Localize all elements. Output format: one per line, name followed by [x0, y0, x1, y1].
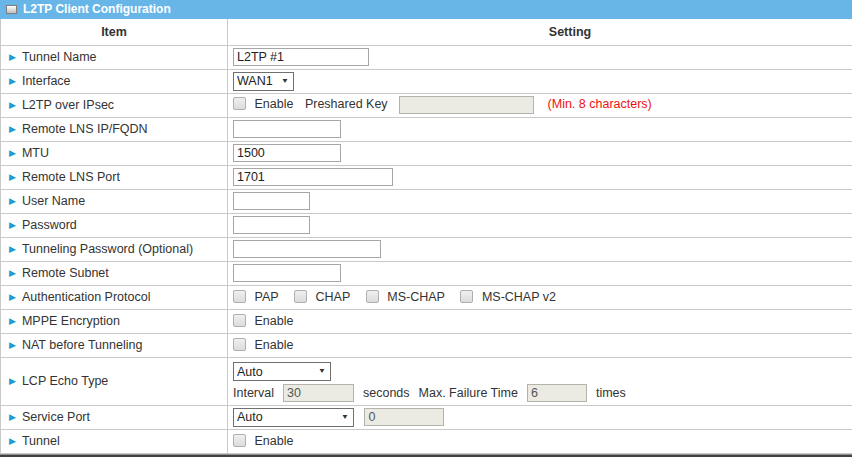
mppe-enable-checkbox[interactable]: [233, 314, 246, 327]
row-nat-before-tunneling: ▶NAT before Tunneling Enable: [1, 333, 852, 357]
pap-checkbox[interactable]: [233, 290, 246, 303]
row-label: L2TP over IPsec: [22, 98, 114, 112]
row-label: User Name: [22, 194, 85, 208]
bullet-arrow-icon: ▶: [9, 436, 16, 446]
pap-label: PAP: [254, 290, 278, 304]
row-label: Remote LNS IP/FQDN: [22, 122, 148, 136]
bullet-arrow-icon: ▶: [9, 124, 16, 134]
row-label: MTU: [22, 146, 49, 160]
remote-lns-port-input[interactable]: [233, 168, 393, 186]
row-l2tp-over-ipsec: ▶L2TP over IPsec Enable Preshared Key (M…: [1, 93, 852, 117]
bullet-arrow-icon: ▶: [9, 340, 16, 350]
bullet-arrow-icon: ▶: [9, 100, 16, 110]
row-tunneling-password: ▶Tunneling Password (Optional): [1, 237, 852, 261]
row-mppe-encryption: ▶MPPE Encryption Enable: [1, 309, 852, 333]
remote-lns-ip-input[interactable]: [233, 120, 341, 138]
row-service-port: ▶Service Port Auto ▼: [1, 405, 852, 429]
interface-select-wrap: WAN1 ▼: [233, 72, 294, 91]
interval-unit-label: seconds: [363, 387, 410, 400]
ms-chap-v2-checkbox[interactable]: [460, 290, 473, 303]
row-remote-lns-port: ▶Remote LNS Port: [1, 165, 852, 189]
tunnel-enable-label: Enable: [254, 434, 293, 448]
bullet-arrow-icon: ▶: [9, 148, 16, 158]
row-password: ▶Password: [1, 213, 852, 237]
enable-preshared-checkbox[interactable]: [233, 97, 246, 110]
row-mtu: ▶MTU: [1, 141, 852, 165]
password-input[interactable]: [233, 216, 310, 234]
remote-subnet-input[interactable]: [233, 264, 341, 282]
row-label: Service Port: [22, 410, 90, 424]
row-remote-subnet: ▶Remote Subnet: [1, 261, 852, 285]
bullet-arrow-icon: ▶: [9, 196, 16, 206]
bullet-arrow-icon: ▶: [9, 376, 16, 386]
tunnel-name-input[interactable]: [233, 48, 369, 66]
preshared-key-hint: (Min. 8 characters): [548, 97, 652, 111]
bullet-arrow-icon: ▶: [9, 76, 16, 86]
lcp-echo-type-select[interactable]: Auto: [233, 362, 331, 381]
bullet-arrow-icon: ▶: [9, 52, 16, 62]
mppe-enable-label: Enable: [254, 314, 293, 328]
enable-label: Enable: [254, 97, 293, 111]
section-title: L2TP Client Configuration: [23, 3, 171, 16]
row-label: LCP Echo Type: [22, 374, 108, 388]
row-label: Authentication Protocol: [22, 290, 151, 304]
row-label: Remote LNS Port: [22, 170, 120, 184]
user-name-input[interactable]: [233, 192, 310, 210]
nat-enable-label: Enable: [254, 338, 293, 352]
row-tunnel-name: ▶Tunnel Name: [1, 45, 852, 69]
l2tp-client-configuration-panel: L2TP Client Configuration Item Setting ▶…: [0, 0, 852, 457]
row-label: Tunneling Password (Optional): [22, 242, 193, 256]
lcp-echo-type-select-wrap: Auto ▼: [233, 362, 331, 381]
column-header-item: Item: [1, 19, 228, 45]
row-remote-lns-ip: ▶Remote LNS IP/FQDN: [1, 117, 852, 141]
row-label: Tunnel: [22, 434, 60, 448]
bullet-arrow-icon: ▶: [9, 292, 16, 302]
row-label: Tunnel Name: [22, 50, 97, 64]
row-lcp-echo-type: ▶LCP Echo Type Auto ▼ Interval seconds M…: [1, 357, 852, 405]
tunnel-enable-checkbox[interactable]: [233, 434, 246, 447]
row-label: Password: [22, 218, 77, 232]
interval-label: Interval: [233, 387, 274, 400]
bullet-arrow-icon: ▶: [9, 172, 16, 182]
row-label: Remote Subnet: [22, 266, 109, 280]
max-failure-input[interactable]: [527, 384, 587, 402]
row-label: NAT before Tunneling: [22, 338, 142, 352]
max-failure-label: Max. Failure Time: [419, 387, 518, 400]
bullet-arrow-icon: ▶: [9, 316, 16, 326]
preshared-key-input[interactable]: [399, 96, 534, 114]
bullet-arrow-icon: ▶: [9, 244, 16, 254]
interface-select[interactable]: WAN1: [233, 72, 294, 91]
chap-checkbox[interactable]: [294, 290, 307, 303]
failure-unit-label: times: [596, 387, 626, 400]
window-icon: [6, 5, 17, 14]
ms-chap-v2-label: MS-CHAP v2: [482, 290, 556, 304]
row-tunnel: ▶Tunnel Enable: [1, 429, 852, 453]
settings-table: Item Setting ▶Tunnel Name ▶Interface WAN…: [0, 19, 852, 454]
preshared-key-label: Preshared Key: [305, 97, 388, 111]
service-port-select-wrap: Auto ▼: [233, 408, 354, 427]
service-port-input[interactable]: [364, 408, 444, 426]
nat-enable-checkbox[interactable]: [233, 338, 246, 351]
bullet-arrow-icon: ▶: [9, 268, 16, 278]
bullet-arrow-icon: ▶: [9, 220, 16, 230]
section-header: L2TP Client Configuration: [0, 0, 852, 19]
row-label: MPPE Encryption: [22, 314, 120, 328]
bullet-arrow-icon: ▶: [9, 412, 16, 422]
service-port-select[interactable]: Auto: [233, 408, 354, 427]
ms-chap-label: MS-CHAP: [387, 290, 445, 304]
chap-label: CHAP: [316, 290, 351, 304]
column-header-row: Item Setting: [1, 19, 852, 45]
row-authentication-protocol: ▶Authentication Protocol PAP CHAP MS-CHA…: [1, 285, 852, 309]
row-label: Interface: [22, 74, 71, 88]
row-user-name: ▶User Name: [1, 189, 852, 213]
mtu-input[interactable]: [233, 144, 341, 162]
tunneling-password-input[interactable]: [233, 240, 381, 258]
column-header-setting: Setting: [228, 19, 852, 45]
interval-input[interactable]: [283, 384, 354, 402]
next-section-top-bar: [0, 454, 852, 457]
ms-chap-checkbox[interactable]: [366, 290, 379, 303]
row-interface: ▶Interface WAN1 ▼: [1, 69, 852, 93]
